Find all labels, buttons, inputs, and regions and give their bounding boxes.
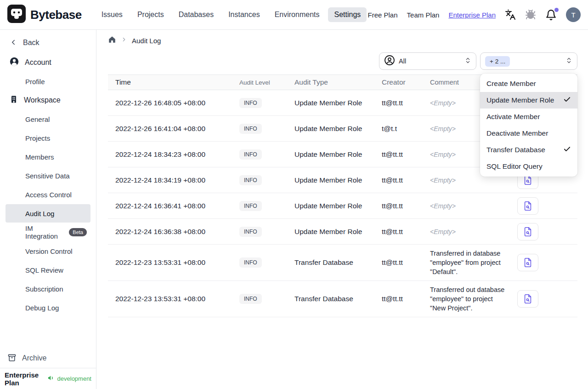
audit-time: 2022-12-24 18:34:19 +08:00 bbox=[108, 176, 232, 184]
menu-item-sql-editor-query[interactable]: SQL Editor Query bbox=[480, 158, 577, 175]
settings-sidebar: Back Account Profile bbox=[0, 30, 96, 389]
beta-badge: Beta bbox=[69, 228, 87, 236]
sidebar-section-workspace: Workspace bbox=[0, 91, 96, 109]
top-nav-right: Free Plan Team Plan Enterprise Plan bbox=[368, 7, 581, 22]
menu-item-deactivate-member[interactable]: Deactivate Member bbox=[480, 125, 577, 142]
audit-type: Transfer Database bbox=[287, 258, 374, 267]
current-plan-label: Enterprise Plan bbox=[5, 371, 45, 387]
back-label: Back bbox=[23, 39, 40, 47]
user-circle-icon bbox=[384, 55, 395, 68]
back-button[interactable]: Back bbox=[0, 34, 96, 52]
view-detail-button[interactable] bbox=[517, 290, 538, 308]
sidebar-item-subscription[interactable]: Subscription bbox=[0, 280, 96, 298]
audit-creator: tt@tt.tt bbox=[374, 99, 423, 107]
sidebar-section-account: Account bbox=[0, 53, 96, 72]
view-detail-button[interactable] bbox=[517, 254, 538, 271]
view-detail-button[interactable] bbox=[517, 197, 538, 215]
audit-type-dropdown-menu: Create Member Update Member Role Activat… bbox=[480, 74, 577, 177]
sidebar-item-sensitive-data[interactable]: Sensitive Data bbox=[0, 166, 96, 185]
audit-creator: t@t.t bbox=[374, 125, 423, 133]
sidebar-item-projects[interactable]: Projects bbox=[0, 129, 96, 147]
audit-type: Update Member Role bbox=[287, 228, 374, 236]
menu-item-create-member[interactable]: Create Member bbox=[480, 75, 577, 92]
audit-comment: Transferred in database "employee" from … bbox=[423, 249, 510, 276]
audit-creator: tt@tt.tt bbox=[374, 202, 423, 210]
plan-status-bar: Enterprise Plan development bbox=[0, 368, 96, 389]
audit-time: 2022-12-24 16:36:38 +08:00 bbox=[108, 228, 232, 236]
chevron-right-icon bbox=[121, 36, 127, 45]
user-circle-icon bbox=[9, 57, 19, 69]
sidebar-item-sql-review[interactable]: SQL Review bbox=[0, 261, 96, 279]
audit-comment: <Empty> bbox=[423, 176, 510, 185]
chevron-up-down-icon bbox=[464, 57, 471, 66]
nav-projects[interactable]: Projects bbox=[131, 7, 170, 22]
audit-time: 2022-12-26 16:41:04 +08:00 bbox=[108, 125, 232, 133]
audit-creator: tt@tt.tt bbox=[374, 176, 423, 184]
menu-item-activate-member[interactable]: Activate Member bbox=[480, 109, 577, 125]
col-creator: Creator bbox=[374, 78, 423, 86]
breadcrumb-current: Audit Log bbox=[132, 37, 161, 45]
nav-databases[interactable]: Databases bbox=[173, 7, 220, 22]
audit-type: Update Member Role bbox=[287, 99, 374, 107]
sidebar-item-access-control[interactable]: Access Control bbox=[0, 185, 96, 204]
audit-level-badge: INFO bbox=[239, 175, 262, 185]
table-row: 2022-12-23 13:53:31 +08:00 INFO Transfer… bbox=[108, 245, 577, 281]
audit-level-badge: INFO bbox=[239, 294, 262, 304]
table-row: 2022-12-24 16:36:41 +08:00 INFO Update M… bbox=[108, 193, 577, 219]
menu-item-update-member-role[interactable]: Update Member Role bbox=[480, 92, 577, 109]
audit-creator: tt@tt.tt bbox=[374, 228, 423, 236]
home-icon[interactable] bbox=[108, 35, 116, 46]
sidebar-item-audit-log[interactable]: Audit Log bbox=[6, 204, 90, 223]
main-nav-links: Issues Projects Databases Instances Envi… bbox=[96, 7, 367, 22]
bytebase-logo[interactable]: Bytebase bbox=[7, 5, 82, 25]
audit-level-badge: INFO bbox=[239, 201, 262, 211]
sidebar-item-version-control[interactable]: Version Control bbox=[0, 242, 96, 260]
sidebar-item-members[interactable]: Members bbox=[0, 148, 96, 166]
audit-creator: tt@tt.tt bbox=[374, 295, 423, 303]
audit-creator: tt@tt.tt bbox=[374, 258, 423, 267]
environment-label: development bbox=[57, 375, 91, 382]
bug-icon[interactable] bbox=[525, 9, 536, 20]
notifications-bell-icon[interactable] bbox=[545, 9, 557, 21]
audit-level-badge: INFO bbox=[239, 257, 262, 268]
volume-icon bbox=[47, 374, 55, 383]
avatar[interactable]: T bbox=[566, 7, 581, 22]
audit-type-filter-select[interactable]: + 2 ... bbox=[480, 52, 577, 70]
nav-issues[interactable]: Issues bbox=[96, 7, 129, 22]
archive-button[interactable]: Archive bbox=[0, 349, 96, 367]
audit-time: 2022-12-24 18:34:23 +08:00 bbox=[108, 150, 232, 159]
audit-type: Update Member Role bbox=[287, 150, 374, 159]
archive-icon bbox=[7, 353, 17, 364]
enterprise-plan-link[interactable]: Enterprise Plan bbox=[448, 11, 496, 19]
breadcrumb: Audit Log bbox=[108, 32, 577, 49]
sidebar-item-general[interactable]: General bbox=[0, 110, 96, 128]
audit-time: 2022-12-23 13:53:31 +08:00 bbox=[108, 295, 232, 303]
audit-comment: Transferred out database "employee" to p… bbox=[423, 285, 510, 313]
nav-settings[interactable]: Settings bbox=[328, 7, 367, 22]
translate-icon[interactable] bbox=[505, 9, 516, 20]
audit-creator: tt@tt.tt bbox=[374, 150, 423, 159]
audit-type: Update Member Role bbox=[287, 202, 374, 210]
audit-time: 2022-12-23 13:53:31 +08:00 bbox=[108, 258, 232, 267]
creator-filter-value: All bbox=[399, 57, 464, 65]
col-audit-level: Audit Level bbox=[232, 79, 287, 86]
bytebase-logo-icon bbox=[7, 5, 26, 25]
view-detail-button[interactable] bbox=[517, 223, 538, 240]
audit-type: Update Member Role bbox=[287, 125, 374, 133]
table-row: 2022-12-24 16:36:38 +08:00 INFO Update M… bbox=[108, 219, 577, 245]
top-nav: Bytebase Issues Projects Databases Insta… bbox=[0, 0, 588, 30]
nav-environments[interactable]: Environments bbox=[269, 7, 326, 22]
sidebar-item-profile[interactable]: Profile bbox=[0, 72, 96, 91]
chevron-up-down-icon bbox=[565, 57, 572, 66]
creator-filter-select[interactable]: All bbox=[379, 52, 476, 70]
notification-dot bbox=[554, 8, 559, 12]
audit-comment: <Empty> bbox=[423, 201, 510, 211]
audit-time: 2022-12-26 16:48:05 +08:00 bbox=[108, 99, 232, 107]
check-icon bbox=[563, 145, 571, 155]
audit-level-badge: INFO bbox=[239, 98, 262, 108]
table-row: 2022-12-23 13:53:31 +08:00 INFO Transfer… bbox=[108, 281, 577, 317]
nav-instances[interactable]: Instances bbox=[222, 7, 266, 22]
menu-item-transfer-database[interactable]: Transfer Database bbox=[480, 142, 577, 158]
sidebar-item-im-integration[interactable]: IM Integration Beta bbox=[0, 223, 96, 241]
sidebar-item-debug-log[interactable]: Debug Log bbox=[0, 298, 96, 317]
